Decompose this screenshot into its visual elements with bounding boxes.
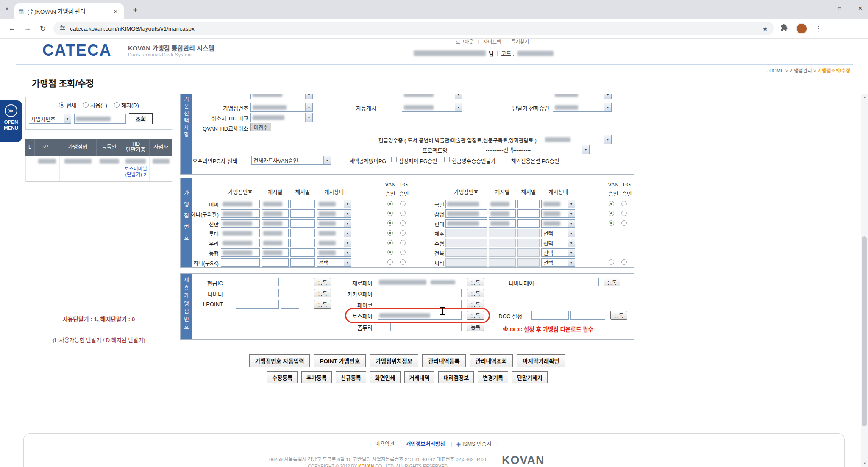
status-select[interactable]: 선택▼ (317, 258, 351, 267)
kakaopay-input[interactable] (378, 289, 462, 297)
no-tax-pg-checkbox[interactable] (342, 157, 347, 162)
register-button[interactable]: 등록 (467, 278, 484, 286)
van-radio[interactable] (387, 259, 393, 265)
forward-button[interactable]: → (24, 24, 31, 33)
tid-terminal-link[interactable]: 토스터미널(단말기)-2 (122, 166, 149, 178)
card-no-input[interactable] (221, 219, 260, 228)
register-button[interactable]: 등록 (610, 311, 627, 320)
etcpay-input[interactable] (390, 322, 462, 331)
back-button[interactable]: ← (8, 24, 16, 33)
auto-open-select[interactable]: ▼ (402, 103, 462, 112)
filter-all-radio[interactable]: 전체 (59, 101, 76, 109)
qvan-status-button[interactable]: 미접수 (250, 123, 271, 131)
van-radio[interactable] (609, 211, 614, 216)
card-no-input[interactable] (221, 229, 260, 237)
business-no-input[interactable] (74, 114, 126, 124)
open-date-input[interactable] (262, 219, 289, 228)
breadcrumb-current[interactable]: 가맹점조회/수정 (818, 68, 850, 73)
status-select[interactable]: ▼ (541, 200, 575, 208)
open-menu-button[interactable]: ≫ OPEN MENU (0, 100, 22, 142)
open-date-input[interactable] (262, 239, 289, 247)
isms-link[interactable]: ISMS 인증서 (462, 441, 492, 447)
pg-radio[interactable] (621, 259, 627, 265)
last-transaction-button[interactable]: 마지막거래확인 (517, 354, 565, 367)
tmoney-pay-input[interactable] (539, 278, 599, 286)
register-button[interactable]: 등록 (467, 322, 484, 331)
van-radio[interactable] (387, 220, 393, 226)
site-info-icon[interactable] (59, 25, 66, 33)
add-register-button[interactable]: 추가등록 (301, 371, 332, 383)
filter-closed-radio[interactable]: 해지(D) (114, 101, 139, 109)
cateca-logo[interactable]: CATECA (42, 42, 111, 59)
close-date-input[interactable] (290, 219, 315, 228)
agency-info-button[interactable]: 대리점정보 (438, 371, 474, 383)
open-date-input[interactable] (262, 200, 289, 208)
tab-close-icon[interactable]: × (112, 7, 120, 15)
status-select[interactable]: ▼ (317, 209, 351, 218)
status-select[interactable]: ▼ (317, 219, 351, 228)
status-select[interactable]: 선택▼ (541, 248, 575, 257)
open-date-input[interactable] (262, 248, 289, 257)
clipped-select[interactable]: ▼ (402, 94, 462, 99)
sitemap-link[interactable]: 사이트맵 (483, 38, 501, 45)
dcc-input2[interactable] (570, 311, 605, 320)
cash-ic-input2[interactable] (281, 278, 299, 286)
card-no-input[interactable] (221, 248, 260, 257)
van-radio[interactable] (387, 211, 393, 216)
lpoint-input[interactable] (236, 300, 279, 309)
card-no-input[interactable] (445, 200, 487, 208)
close-date-input[interactable] (290, 248, 315, 257)
window-maximize-button[interactable]: □ (838, 6, 841, 11)
cancel-tid-select[interactable]: ▼ (250, 113, 313, 122)
status-select[interactable]: ▼ (317, 239, 351, 247)
mgmt-history-search-button[interactable]: 관리내역조회 (470, 354, 513, 367)
auto-fill-merchant-no-button[interactable]: 가맹점번호 자동입력 (249, 354, 310, 367)
clipped-select[interactable]: ▼ (553, 94, 612, 99)
register-button[interactable]: 등록 (467, 300, 484, 309)
pg-radio[interactable] (400, 250, 406, 255)
favorite-link[interactable]: 즐겨찾기 (511, 38, 529, 45)
new-register-button[interactable]: 신규등록 (336, 371, 366, 383)
pg-radio[interactable] (400, 220, 406, 226)
scrollbar-down-arrow[interactable]: ▼ (863, 461, 867, 466)
pg-radio[interactable] (621, 211, 627, 216)
close-date-input[interactable] (517, 209, 540, 218)
privacy-link[interactable]: 개인정보처리방침 (406, 441, 445, 447)
open-date-input[interactable] (489, 219, 516, 228)
close-date-input[interactable] (290, 258, 315, 267)
van-radio[interactable] (387, 201, 393, 206)
print-screen-button[interactable]: 화면인쇄 (370, 371, 401, 383)
van-radio[interactable] (387, 230, 393, 236)
scrollbar-up-arrow[interactable]: ▲ (863, 95, 867, 99)
terms-link[interactable]: 이용약관 (375, 441, 395, 447)
pg-radio[interactable] (400, 230, 406, 236)
pg-radio[interactable] (400, 259, 406, 265)
offline-pg-select[interactable]: 전체카드사VAN승인▼ (251, 156, 331, 165)
tmoney-input2[interactable] (281, 289, 299, 297)
card-no-input[interactable] (445, 209, 487, 218)
browser-menu-icon[interactable]: ⋮ (815, 25, 822, 33)
logout-link[interactable]: 로그아웃 (456, 38, 473, 45)
reload-button[interactable]: ↻ (40, 24, 46, 33)
search-field-select[interactable]: 사업자번호▼ (29, 114, 71, 124)
status-select[interactable]: ▼ (317, 229, 351, 237)
register-button[interactable]: 등록 (467, 311, 484, 320)
van-radio[interactable] (609, 220, 614, 226)
open-date-input[interactable] (489, 209, 516, 218)
tmoney-input[interactable] (236, 289, 279, 297)
open-date-input[interactable] (489, 200, 516, 208)
status-select[interactable]: ▼ (317, 248, 351, 257)
van-radio[interactable] (609, 259, 614, 265)
clipped-select[interactable]: ▼ (250, 94, 313, 99)
cash-receipt-select[interactable]: ▼ (543, 135, 612, 144)
close-date-input[interactable] (290, 229, 315, 237)
close-date-input[interactable] (290, 239, 315, 247)
pg-radio[interactable] (400, 201, 406, 206)
no-cash-receipt-checkbox[interactable] (444, 157, 450, 162)
card-no-input[interactable] (445, 219, 487, 228)
table-row[interactable]: 토스터미널(단말기)-2 (25, 156, 172, 182)
open-date-input[interactable] (262, 209, 289, 218)
mgmt-history-register-button[interactable]: 관리내역등록 (422, 354, 466, 367)
card-no-input[interactable] (221, 209, 260, 218)
register-button[interactable]: 등록 (604, 278, 620, 286)
